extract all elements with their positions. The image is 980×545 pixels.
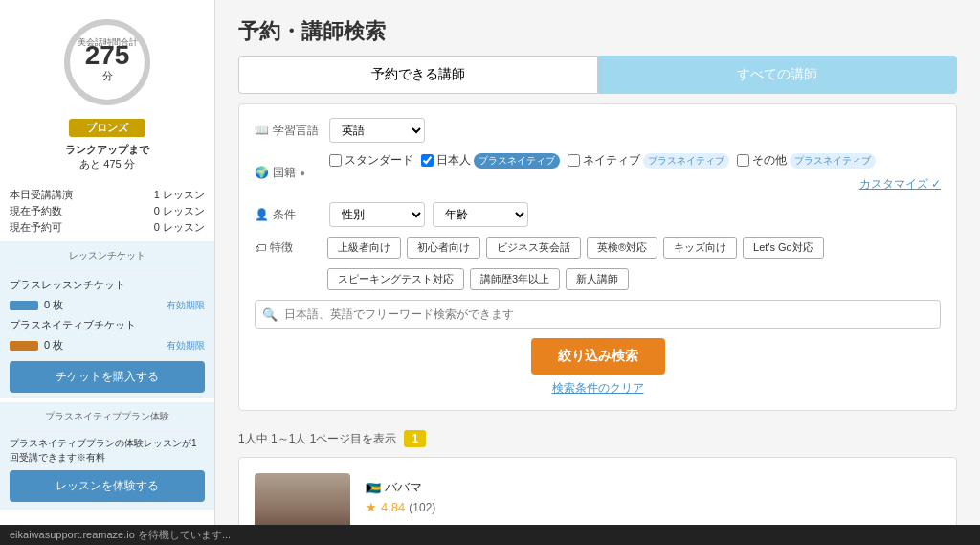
- rank-up-value: あと 475 分: [79, 157, 134, 171]
- standard-input[interactable]: [329, 154, 342, 167]
- sidebar-top: 美会話時間合計 275 分 ブロンズ ランクアップまで あと 475 分: [0, 0, 214, 181]
- buy-ticket-button[interactable]: チケットを購入する: [10, 361, 205, 393]
- japanese-checkbox[interactable]: 日本人 プラスネイティブ: [421, 152, 560, 169]
- stats-label-2: 現在予約数: [10, 204, 62, 218]
- feature-btn-kids[interactable]: キッズ向け: [663, 237, 737, 259]
- teacher-rating: ★ 4.84 (102): [366, 500, 941, 514]
- teacher-flag-icon: 🇧🇸: [366, 481, 381, 495]
- rank-up-label: ランクアップまで: [65, 143, 149, 157]
- feature-row-2: スピーキングテスト対応 講師歴3年以上 新人講師: [255, 268, 941, 290]
- trial-section: プラスネイティブプラン体験 プラスネイティブプランの体験レッスンが1回受講できま…: [0, 402, 214, 510]
- filter-search-button[interactable]: 絞り込み検索: [531, 338, 665, 375]
- nationality-label: 🌍 国籍 ●: [255, 165, 322, 181]
- standard-checkbox[interactable]: スタンダード: [329, 152, 413, 169]
- book-icon: 📖: [255, 124, 269, 137]
- plus-native-count: 0 枚: [44, 338, 63, 352]
- plus-native-label: プラスネイティブチケット: [10, 318, 136, 332]
- lesson-ticket-title: レッスンチケット: [10, 247, 205, 266]
- trial-button[interactable]: レッスンを体験する: [10, 470, 205, 502]
- trial-section-title: プラスネイティブプラン体験: [10, 408, 205, 427]
- sidebar: 美会話時間合計 275 分 ブロンズ ランクアップまで あと 475 分 本日受…: [0, 0, 215, 545]
- search-input-row: 🔍: [255, 300, 941, 329]
- feature-btn-advanced[interactable]: 上級者向け: [327, 237, 401, 259]
- tab-bar: 予約できる講師 すべての講師: [238, 56, 957, 94]
- feature-btn-experience[interactable]: 講師歴3年以上: [470, 268, 560, 290]
- condition-label: 👤 条件: [255, 207, 322, 223]
- results-header: 1人中 1～1人 1ページ目を表示 1: [215, 420, 980, 457]
- stats-row: 本日受講講演 1 レッスン: [10, 187, 205, 203]
- nationality-checkbox-group: スタンダード 日本人 プラスネイティブ ネイティブ プラスネイティブ その他 プ…: [329, 152, 941, 193]
- condition-row: 👤 条件 性別 年齢: [255, 202, 941, 227]
- search-input[interactable]: [255, 300, 941, 329]
- lang-row: 📖 学習言語 英語: [255, 118, 941, 143]
- plus-native-expiry-link[interactable]: 有効期限: [167, 339, 205, 352]
- trial-text: プラスネイティブプランの体験レッスンが1回受講できます※有料: [10, 436, 205, 465]
- clear-search-link[interactable]: 検索条件のクリア: [255, 380, 941, 397]
- feature-btn-letsgo[interactable]: Let's Go対応: [743, 237, 824, 259]
- main-content: 予約・講師検索 予約できる講師 すべての講師 📖 学習言語 英語 🌍 国籍 ●: [215, 0, 980, 545]
- feature-row: 🏷 特徴 上級者向け 初心者向け ビジネス英会話 英検®対応 キッズ向け Let…: [255, 237, 941, 259]
- plus-lesson-bar: 0 枚: [10, 298, 63, 312]
- stats-label-1: 本日受講講演: [10, 188, 73, 202]
- plus-native-count-row: 0 枚 有効期限: [10, 335, 205, 355]
- stats-val-2: 0 レッスン: [154, 204, 205, 218]
- plus-lesson-label: プラスレッスンチケット: [10, 278, 125, 292]
- nationality-help-icon: ●: [300, 168, 305, 178]
- tab-all[interactable]: すべての講師: [598, 56, 958, 94]
- globe-icon: 🌍: [255, 166, 269, 179]
- statusbar: eikaiwasupport.reamaze.io を待機しています...: [0, 525, 980, 545]
- gender-select[interactable]: 性別: [329, 202, 425, 227]
- stats-val-1: 1 レッスン: [154, 188, 205, 202]
- plus-lesson-bar-fill: [10, 301, 38, 310]
- search-panel: 📖 学習言語 英語 🌍 国籍 ● スタンダード 日本人: [238, 103, 957, 411]
- stats-grid: 本日受講講演 1 レッスン 現在予約数 0 レッスン 現在予約可 0 レッスン: [0, 181, 214, 241]
- lang-label: 📖 学習言語: [255, 123, 322, 139]
- plus-lesson-row: プラスレッスンチケット: [10, 275, 205, 295]
- stats-label-3: 現在予約可: [10, 220, 62, 235]
- native-badge: プラスネイティブ: [643, 153, 729, 169]
- japanese-badge: プラスネイティブ: [474, 153, 560, 169]
- person-icon: 👤: [255, 208, 269, 221]
- stats-row-3: 現在予約可 0 レッスン: [10, 219, 205, 236]
- plus-lesson-count: 0 枚: [44, 298, 63, 312]
- feature-btn-speaking[interactable]: スピーキングテスト対応: [327, 268, 464, 290]
- lang-select[interactable]: 英語: [329, 118, 425, 143]
- other-input[interactable]: [737, 154, 749, 167]
- nationality-row: 🌍 国籍 ● スタンダード 日本人 プラスネイティブ ネイティブ プラスネイティ…: [255, 152, 941, 193]
- rating-value: 4.84: [381, 500, 405, 514]
- plus-native-row: プラスネイティブチケット: [10, 315, 205, 335]
- plus-native-bar-fill: [10, 341, 38, 351]
- results-summary: 1人中 1～1人 1ページ目を表示: [238, 431, 396, 447]
- tag-icon: 🏷: [255, 241, 266, 255]
- plus-lesson-expiry-link[interactable]: 有効期限: [167, 299, 205, 312]
- native-checkbox[interactable]: ネイティブ プラスネイティブ: [568, 152, 729, 169]
- feature-btn-new[interactable]: 新人講師: [566, 268, 629, 290]
- native-input[interactable]: [568, 154, 580, 167]
- stats-row-2: 現在予約数 0 レッスン: [10, 203, 205, 219]
- page-title: 予約・講師検索: [215, 0, 980, 56]
- rank-circle: 美会話時間合計 275 分: [64, 19, 150, 105]
- page-number-badge: 1: [404, 430, 426, 447]
- star-icon: ★: [366, 500, 377, 514]
- tab-bookable[interactable]: 予約できる講師: [238, 56, 598, 94]
- feature-btn-eiken[interactable]: 英検®対応: [587, 237, 657, 259]
- rank-label-top: 美会話時間合計: [78, 36, 138, 49]
- plus-lesson-count-row: 0 枚 有効期限: [10, 295, 205, 315]
- japanese-input[interactable]: [421, 154, 434, 167]
- other-checkbox[interactable]: その他 プラスネイティブ: [737, 152, 876, 169]
- statusbar-text: eikaiwasupport.reamaze.io を待機しています...: [10, 529, 231, 540]
- rating-count: (102): [409, 501, 435, 514]
- stats-val-3: 0 レッスン: [154, 220, 205, 235]
- search-input-wrap: 🔍: [255, 300, 941, 329]
- teacher-name: 🇧🇸 ババマ: [366, 479, 941, 496]
- rank-min-label: 分: [102, 69, 113, 83]
- rank-badge: ブロンズ: [69, 119, 145, 137]
- feature-label: 🏷 特徴: [255, 239, 322, 256]
- other-badge: プラスネイティブ: [790, 153, 876, 169]
- search-input-icon: 🔍: [262, 307, 278, 322]
- age-select[interactable]: 年齢: [433, 202, 528, 227]
- feature-btn-beginner[interactable]: 初心者向け: [407, 237, 480, 259]
- customize-link[interactable]: カスタマイズ ✓: [859, 176, 941, 193]
- feature-btn-business[interactable]: ビジネス英会話: [486, 237, 581, 259]
- ticket-section: レッスンチケット プラスレッスンチケット 0 枚 有効期限 プラスネイティブチケ…: [0, 241, 214, 398]
